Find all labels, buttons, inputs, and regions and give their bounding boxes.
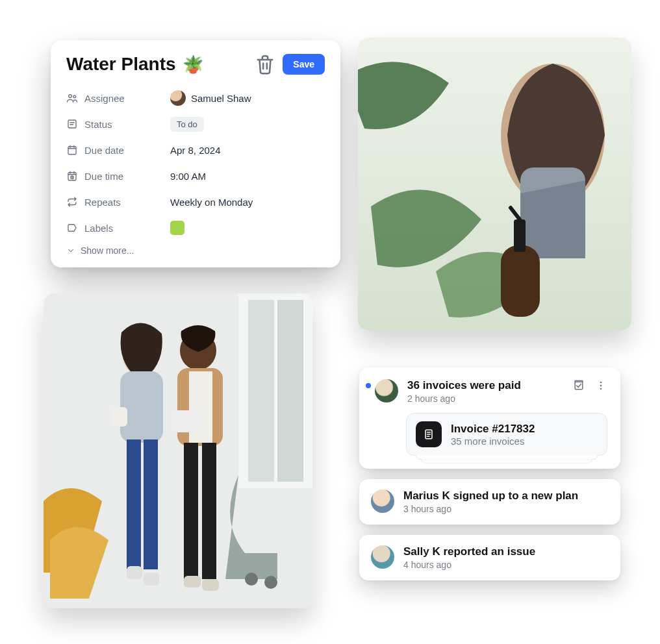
svg-point-1 [73,95,76,98]
task-card: Water Plants 🪴 Save Assignee Samuel Shaw… [51,40,340,267]
svg-rect-20 [144,440,158,569]
avatar [371,545,394,569]
trash-icon [254,53,276,75]
notification-title: Sally K reported an issue [403,545,609,558]
invoice-stack[interactable]: Invoice #217832 35 more invoices [406,413,607,456]
due-time-row[interactable]: Due time 9:00 AM [66,165,325,187]
repeats-row[interactable]: Repeats Weekly on Monday [66,191,325,213]
svg-rect-23 [112,407,127,427]
status-badge: To do [170,117,204,132]
svg-point-34 [600,385,602,387]
repeats-value: Weekly on Monday [170,197,253,208]
unread-dot-icon [366,383,371,388]
calendar-icon [66,144,78,156]
svg-rect-21 [127,566,142,579]
svg-point-15 [245,573,258,586]
calendar-clock-icon [66,170,78,182]
invoice-title: Invoice #217832 [451,423,535,436]
notification-title: 36 invoices were paid [407,379,563,392]
svg-rect-27 [184,443,198,579]
notification-time: 3 hours ago [403,504,609,514]
svg-rect-18 [120,371,163,443]
status-icon [66,118,78,130]
svg-point-35 [600,388,602,390]
due-time-label: Due time [84,171,123,182]
notification-time: 4 hours ago [403,560,609,570]
due-date-value: Apr 8, 2024 [170,145,221,156]
save-button[interactable]: Save [283,54,325,75]
image-watering-plants [358,38,631,330]
avatar [375,379,398,402]
svg-rect-14 [277,300,303,482]
label-color-swatch[interactable] [170,221,184,235]
notification-invoices[interactable]: 36 invoices were paid 2 hours ago Invoic… [359,367,620,469]
svg-rect-28 [202,443,216,579]
repeats-label: Repeats [84,197,121,208]
assignee-value: Samuel Shaw [191,93,251,104]
image-colleagues [44,293,312,608]
receipt-icon [416,421,442,447]
status-label: Status [84,119,112,130]
assignee-label: Assignee [84,93,125,104]
due-date-row[interactable]: Due date Apr 8, 2024 [66,139,325,161]
svg-point-33 [600,382,602,384]
notification-title: Marius K signed up to a new plan [403,489,609,502]
labels-row[interactable]: Labels [66,217,325,239]
plant-emoji-icon: 🪴 [183,55,203,75]
assignee-row[interactable]: Assignee Samuel Shaw [66,87,325,109]
svg-point-0 [69,95,72,98]
svg-rect-13 [248,300,274,482]
notification-issue[interactable]: Sally K reported an issue 4 hours ago [359,535,620,580]
repeat-icon [66,196,78,208]
chevron-down-icon [66,246,75,255]
task-title: Water Plants [66,54,176,75]
assignee-avatar [170,90,186,106]
tag-icon [66,222,78,234]
show-more-label: Show more... [81,245,134,256]
show-more-button[interactable]: Show more... [66,245,325,256]
notification-signup[interactable]: Marius K signed up to a new plan 3 hours… [359,479,620,525]
notifications-panel: 36 invoices were paid 2 hours ago Invoic… [359,367,620,580]
delete-button[interactable] [254,53,276,75]
svg-rect-29 [184,576,201,588]
svg-rect-19 [127,440,141,569]
svg-rect-31 [171,410,203,432]
avatar [371,489,394,513]
svg-rect-10 [514,219,526,252]
task-header: Water Plants 🪴 Save [66,53,325,75]
svg-rect-9 [501,245,540,317]
svg-rect-3 [68,147,76,155]
svg-point-16 [264,576,277,589]
svg-rect-22 [144,573,159,586]
svg-rect-2 [68,120,76,128]
labels-label: Labels [84,223,113,234]
people-icon [66,92,78,104]
mark-read-icon[interactable] [572,379,585,392]
invoice-subtitle: 35 more invoices [451,436,535,447]
more-icon[interactable] [594,379,607,392]
due-date-label: Due date [84,145,124,156]
svg-rect-30 [202,579,219,591]
status-row[interactable]: Status To do [66,113,325,135]
notification-time: 2 hours ago [407,393,563,404]
due-time-value: 9:00 AM [170,171,206,182]
